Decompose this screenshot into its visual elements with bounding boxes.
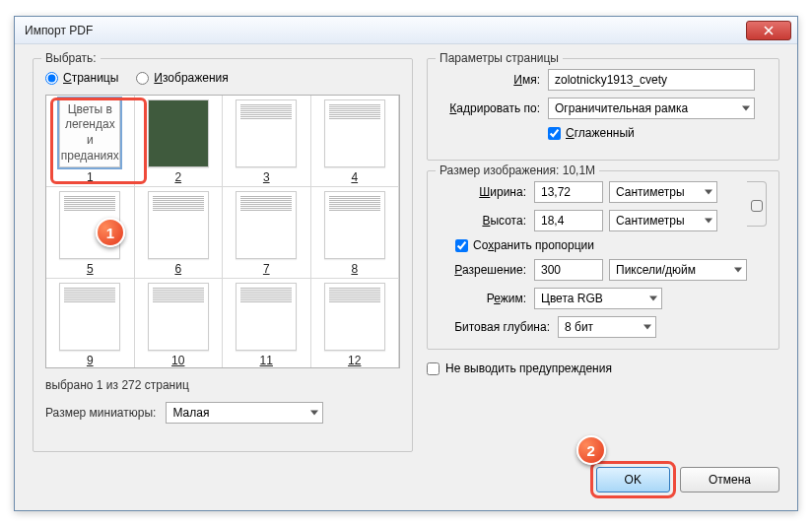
thumbnail-number: 2: [174, 170, 181, 184]
thumbnail-number: 9: [87, 354, 94, 367]
thumbnail-3[interactable]: 3: [223, 96, 311, 187]
annotation-marker-1: 1: [96, 218, 125, 247]
chevron-down-icon: [742, 106, 750, 111]
thumbnail-number: 4: [351, 170, 358, 184]
chevron-down-icon: [705, 190, 712, 195]
thumbnail-page: [59, 283, 120, 351]
thumbnail-number: 8: [351, 262, 358, 276]
image-size-legend: Размер изображения: 10,1M: [436, 164, 599, 177]
thumbnail-page: Цветы в легендах и преданиях: [59, 98, 120, 167]
thumbnail-number: 11: [260, 354, 273, 367]
thumbnail-7[interactable]: 7: [223, 187, 311, 279]
constrain-checkbox[interactable]: Сохранить пропорции: [455, 238, 594, 252]
selection-status: выбрано 1 из 272 страниц: [45, 378, 400, 392]
select-mode-radios: Страницы Изображения: [45, 69, 400, 89]
thumbnail-number: 1: [87, 170, 94, 184]
window-title: Импорт PDF: [21, 24, 746, 37]
thumbnail-number: 12: [348, 354, 361, 367]
radio-images[interactable]: Изображения: [136, 71, 228, 85]
dialog-buttons: 2 OK Отмена: [596, 467, 779, 492]
thumb-size-value: Малая: [172, 406, 209, 420]
page-params-legend: Параметры страницы: [436, 51, 563, 65]
ok-button[interactable]: OK: [596, 467, 670, 492]
constrain-input[interactable]: [455, 239, 468, 252]
thumbnail-2[interactable]: 2: [135, 96, 224, 187]
thumbnail-4[interactable]: 4: [311, 96, 400, 187]
thumb-size-combo[interactable]: Малая: [166, 402, 323, 424]
thumbnail-number: 5: [87, 262, 94, 276]
radio-pages-input[interactable]: [45, 72, 58, 85]
select-legend: Выбрать:: [41, 51, 101, 65]
height-input[interactable]: 18,4: [534, 210, 603, 231]
suppress-warnings-input[interactable]: [427, 362, 440, 375]
resolution-unit-combo[interactable]: Пиксели/дюйм: [609, 259, 747, 281]
thumbnail-page: [324, 283, 385, 351]
thumbnail-number: 3: [263, 170, 270, 184]
image-size-group: Размер изображения: 10,1M Ширина: 13,72 …: [427, 170, 779, 350]
thumbnail-6[interactable]: 6: [135, 187, 224, 279]
thumbnail-8[interactable]: 8: [311, 187, 400, 279]
thumbnail-page: [324, 191, 385, 259]
select-group: Выбрать: Страницы Изображения Цветы в ле…: [33, 58, 413, 452]
thumbnail-1[interactable]: Цветы в легендах и преданиях 1: [46, 96, 135, 187]
thumbnail-page: [236, 99, 297, 167]
chevron-down-icon: [649, 296, 657, 301]
close-icon: [764, 26, 774, 35]
chevron-down-icon: [310, 411, 318, 416]
radio-images-input[interactable]: [136, 72, 149, 85]
thumbnail-11[interactable]: 11: [223, 279, 311, 368]
antialias-checkbox[interactable]: Сглаженный: [548, 126, 635, 140]
thumbnail-page: [236, 191, 297, 259]
cancel-button[interactable]: Отмена: [680, 467, 779, 492]
thumbnail-number: 6: [174, 262, 181, 276]
right-column: Параметры страницы Имя: zolotnicky1913_c…: [427, 58, 779, 375]
import-pdf-dialog: Импорт PDF Выбрать: Страницы Изображения…: [14, 16, 798, 511]
antialias-input[interactable]: [548, 127, 561, 140]
thumbnail-12[interactable]: 12: [311, 279, 400, 368]
thumb-size-row: Размер миниатюры: Малая: [45, 402, 400, 424]
width-input[interactable]: 13,72: [534, 181, 603, 203]
thumbnail-page: [236, 283, 297, 351]
depth-combo[interactable]: 8 бит: [558, 316, 656, 338]
link-icon[interactable]: [747, 181, 767, 227]
thumbnail-page: [148, 99, 209, 167]
annotation-marker-2: 2: [576, 435, 606, 465]
thumb-size-label: Размер миниатюры:: [45, 406, 156, 420]
chevron-down-icon: [705, 219, 712, 224]
name-input[interactable]: zolotnicky1913_cvety: [548, 69, 755, 91]
close-button[interactable]: [746, 21, 791, 40]
page-params-group: Параметры страницы Имя: zolotnicky1913_c…: [427, 58, 779, 161]
width-unit-combo[interactable]: Сантиметры: [609, 181, 717, 203]
suppress-warnings-checkbox[interactable]: Не выводить предупреждения: [427, 361, 779, 375]
crop-combo[interactable]: Ограничительная рамка: [548, 98, 755, 119]
thumbnail-number: 7: [263, 262, 270, 276]
thumbnail-page: [324, 99, 385, 167]
thumbnail-9[interactable]: 9: [46, 279, 135, 368]
thumbnail-page: [148, 283, 209, 351]
resolution-input[interactable]: 300: [534, 259, 603, 281]
thumbnail-number: 10: [171, 354, 184, 367]
mode-combo[interactable]: Цвета RGB: [534, 288, 662, 309]
chevron-down-icon: [734, 268, 742, 273]
radio-pages[interactable]: Страницы: [45, 71, 118, 85]
height-unit-combo[interactable]: Сантиметры: [609, 210, 717, 231]
chevron-down-icon: [643, 325, 651, 330]
titlebar: Импорт PDF: [15, 17, 797, 44]
thumbnail-10[interactable]: 10: [135, 279, 224, 368]
thumbnail-page: [148, 191, 209, 259]
